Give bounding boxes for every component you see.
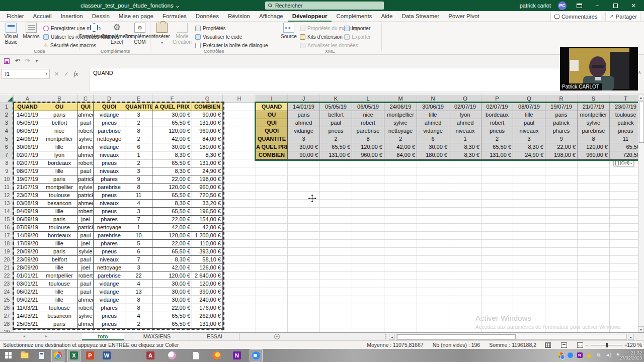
column-header-C[interactable]: C	[78, 95, 94, 103]
cell-F13[interactable]: 8,30 €	[152, 200, 192, 208]
row-header-26[interactable]: 26	[0, 304, 14, 312]
cell-F11[interactable]: 120,00 €	[152, 184, 192, 192]
cell-E23[interactable]: 4	[125, 280, 152, 288]
cell-K7[interactable]: 131,00 €	[320, 151, 352, 159]
cell-F9[interactable]: 8,30 €	[152, 167, 192, 175]
cell-G7[interactable]: 8,30 €	[192, 151, 223, 159]
cell-N3[interactable]: ahmed	[417, 119, 449, 127]
column-header-P[interactable]: P	[481, 95, 513, 103]
row-header-22[interactable]: 22	[0, 272, 14, 280]
cell-S4[interactable]: parebrise	[578, 127, 610, 135]
word-icon[interactable]: W	[102, 351, 111, 360]
cell-G21[interactable]: 126,00 €	[192, 264, 223, 272]
column-header-H[interactable]: H	[223, 95, 256, 103]
cell-A9[interactable]: 08/07/19	[14, 167, 41, 175]
cell-G24[interactable]: 390,00 €	[192, 288, 223, 296]
column-header-F[interactable]: F	[152, 95, 192, 103]
column-header-S[interactable]: S	[578, 95, 610, 103]
cell-B21[interactable]: lille	[41, 264, 78, 272]
enter-icon[interactable]: ✓	[64, 71, 68, 77]
cell-C27[interactable]: sylvie	[78, 312, 94, 320]
title-dropdown-icon[interactable]: ⌄	[175, 3, 180, 9]
cell-O4[interactable]: niveaux	[449, 127, 481, 135]
sheet-nav-left-icon[interactable]: ◂	[23, 334, 25, 338]
cell-B4[interactable]: nice	[41, 127, 78, 135]
cell-A11[interactable]: 21/07/19	[14, 184, 41, 192]
cell-J6[interactable]: 30,00 €	[288, 143, 320, 151]
cell-Q6[interactable]: 8,30 €	[513, 143, 545, 151]
tab-fichier[interactable]: Fichier	[2, 11, 29, 22]
network-tray-icon[interactable]: ⧉	[596, 352, 602, 358]
cell-Q5[interactable]: 3	[513, 135, 545, 143]
cell-C4[interactable]: robert	[78, 127, 94, 135]
row-header-3[interactable]: 3	[0, 119, 14, 127]
cell-I4[interactable]: QUOI	[256, 127, 288, 135]
cell-D6[interactable]: vidange	[94, 143, 125, 151]
row-header-19[interactable]: 19	[0, 248, 14, 256]
view-normal-icon[interactable]	[545, 342, 551, 348]
cell-E3[interactable]: 2	[125, 119, 152, 127]
cell-T3[interactable]: patrick	[610, 119, 638, 127]
cell-N7[interactable]: 180,00 €	[417, 151, 449, 159]
cell-P2[interactable]: bordeaux	[481, 111, 513, 119]
cell-I7[interactable]: COMBIEN	[256, 151, 288, 159]
row-header-25[interactable]: 25	[0, 296, 14, 304]
cell-C3[interactable]: paul	[78, 119, 94, 127]
row-header-17[interactable]: 17	[0, 232, 14, 240]
cell-D28[interactable]: pneus	[94, 320, 125, 328]
cell-F18[interactable]: 22,00 €	[152, 240, 192, 248]
cell-C18[interactable]: joel	[78, 240, 94, 248]
visual-basic-button[interactable]: Visual Basic	[2, 23, 20, 45]
cell-A24[interactable]: 06/02/21	[14, 288, 41, 296]
tab-r-vision[interactable]: Révision	[223, 11, 255, 22]
cell-E1[interactable]: QUANTITE	[125, 103, 152, 111]
cell-J4[interactable]: vidange	[288, 127, 320, 135]
cell-C20[interactable]: paul	[78, 256, 94, 264]
paste-options-button[interactable]: (Ctrl) ▾	[613, 159, 634, 166]
cell-C7[interactable]: ahmed	[78, 151, 94, 159]
teams-tray-icon[interactable]	[567, 352, 573, 358]
cell-B3[interactable]: belfort	[41, 119, 78, 127]
cell-E8[interactable]: 2	[125, 159, 152, 167]
cell-D12[interactable]: pneus	[94, 192, 125, 200]
cell-G22[interactable]: 2 640,00 €	[192, 272, 223, 280]
insert-control-button[interactable]: Insérer ▾	[153, 23, 171, 45]
cell-C25[interactable]: ahmed	[78, 296, 94, 304]
cell-F12[interactable]: 65,50 €	[152, 192, 192, 200]
cell-M7[interactable]: 84,00 €	[384, 151, 417, 159]
cell-P1[interactable]: 02/07/19	[481, 103, 513, 111]
cell-G10[interactable]: 198,00 €	[192, 175, 223, 184]
cell-J3[interactable]: ahmed	[288, 119, 320, 127]
cell-O7[interactable]: 8,30 €	[449, 151, 481, 159]
row-header-5[interactable]: 5	[0, 135, 14, 143]
chrome-tray-icon[interactable]	[557, 352, 564, 358]
restore-button[interactable]	[610, 0, 621, 11]
cell-G2[interactable]: 90,00 €	[192, 111, 223, 119]
cell-G28[interactable]: 131,00 €	[192, 320, 223, 328]
cell-J2[interactable]: paris	[288, 111, 320, 119]
cell-L6[interactable]: 120,00 €	[352, 143, 384, 151]
cell-B2[interactable]: paris	[41, 111, 78, 119]
cell-G15[interactable]: 154,00 €	[192, 216, 223, 224]
cell-C26[interactable]: robert	[78, 304, 94, 312]
excel-icon[interactable]: X	[69, 351, 78, 360]
tab-power-pivot[interactable]: Power Pivot	[444, 11, 484, 22]
row-header-1[interactable]: 1	[0, 103, 14, 111]
row-header-13[interactable]: 13	[0, 200, 14, 208]
com-addins-button[interactable]: ⚙ Compléments COM	[129, 23, 151, 45]
cell-Q7[interactable]: 24,90 €	[513, 151, 545, 159]
cell-E24[interactable]: 13	[125, 288, 152, 296]
cell-C23[interactable]: paul	[78, 280, 94, 288]
cell-D27[interactable]: pneus	[94, 312, 125, 320]
cell-D25[interactable]: vidange	[94, 296, 125, 304]
cell-N2[interactable]: lille	[417, 111, 449, 119]
cell-P7[interactable]: 131,00 €	[481, 151, 513, 159]
row-header-11[interactable]: 11	[0, 184, 14, 192]
cell-K4[interactable]: pneus	[320, 127, 352, 135]
cell-A10[interactable]: 19/07/19	[14, 175, 41, 184]
cell-E28[interactable]: 2	[125, 320, 152, 328]
cell-R5[interactable]: 9	[545, 135, 578, 143]
cell-O2[interactable]: lyon	[449, 111, 481, 119]
cell-I6[interactable]: A QUEL PRIX	[256, 143, 288, 151]
cell-I5[interactable]: QUANTITE	[256, 135, 288, 143]
